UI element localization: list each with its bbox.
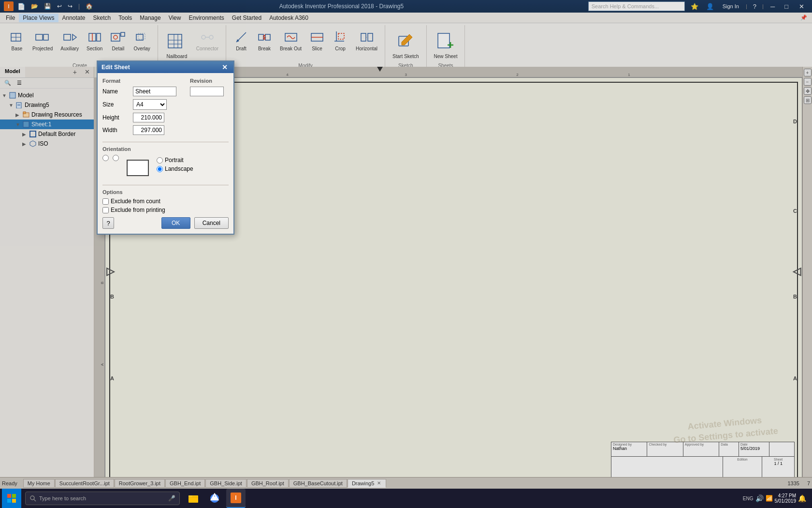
taskbar: Type here to search 🎤 I ENG 🔊 📶 4:27 PM … [0,489,812,508]
edit-sheet-dialog: Edit Sheet ✕ Format Name Siz [97,60,234,235]
orientation-top-landscape-radio[interactable] [113,155,119,161]
name-label: Name [102,88,129,95]
exclude-count-checkbox[interactable] [102,198,109,205]
width-label: Width [102,127,129,134]
landscape-radio-label[interactable]: Landscape [157,165,193,172]
dialog-title: Edit Sheet [102,64,130,71]
svg-rect-53 [12,499,16,503]
language-icon: ENG [743,496,754,501]
exclude-print-text: Exclude from printing [111,207,165,213]
revision-header: Revision [190,78,229,84]
orientation-radios-row1 [102,155,119,161]
landscape-label: Landscape [165,165,193,172]
taskbar-right: ENG 🔊 📶 4:27 PM 5/01/2019 🔔 [739,493,810,504]
dialog-help-btn[interactable]: ? [102,217,114,229]
height-row: Height [102,113,184,122]
windows-logo-icon [7,494,16,503]
landscape-preview-box [127,160,149,176]
date-display: 5/01/2019 [775,498,797,504]
taskbar-app-explorer[interactable] [184,489,203,508]
orientation-radio-group: Portrait Landscape [157,157,193,172]
notification-icon[interactable]: 🔔 [798,494,806,502]
portrait-radio[interactable] [157,157,163,164]
size-row: Size A4 A0 A1 A2 A3 Letter Legal [102,99,184,110]
file-explorer-icon [188,493,199,504]
orientation-preview [125,155,151,181]
portrait-label: Portrait [165,157,184,164]
exclude-count-text: Exclude from count [111,198,160,205]
modal-overlay: Edit Sheet ✕ Format Name Siz [0,0,812,508]
height-input[interactable] [133,113,164,122]
time-display: 4:27 PM [778,493,796,498]
svg-rect-52 [7,499,11,503]
name-row: Name [102,87,184,96]
exclude-count-label[interactable]: Exclude from count [102,198,229,205]
chrome-icon [209,493,220,504]
inventor-taskbar-icon: I [231,493,241,503]
svg-line-55 [34,499,36,501]
dialog-close-btn[interactable]: ✕ [220,63,230,71]
exclude-print-label[interactable]: Exclude from printing [102,207,229,213]
format-header: Format [102,78,184,84]
options-header: Options [102,189,229,195]
taskbar-search-placeholder: Type here to search [39,495,86,501]
name-input[interactable] [133,87,176,96]
svg-rect-51 [12,494,16,498]
revision-input[interactable] [190,87,224,96]
dialog-divider2 [102,185,229,185]
taskbar-mic-icon: 🎤 [168,495,175,502]
width-input[interactable] [133,125,164,135]
orientation-top-portrait-radio[interactable] [102,155,109,161]
ok-button[interactable]: OK [161,217,190,229]
height-label: Height [102,114,129,121]
svg-rect-50 [7,494,11,498]
svg-point-54 [30,496,34,500]
dialog-body: Format Name Size A4 A0 A1 [98,73,233,234]
width-row: Width [102,125,184,135]
format-section: Format Name Size A4 A0 A1 [102,78,184,138]
exclude-print-checkbox[interactable] [102,207,109,213]
network-icon[interactable]: 📶 [766,495,773,502]
orientation-section: Orientation Portrait [102,146,229,181]
dialog-top-row: Format Name Size A4 A0 A1 [102,78,229,138]
landscape-radio[interactable] [157,166,163,172]
taskbar-clock[interactable]: 4:27 PM 5/01/2019 [775,493,797,504]
taskbar-search-box[interactable]: Type here to search 🎤 [25,492,180,505]
size-select[interactable]: A4 A0 A1 A2 A3 Letter Legal [133,99,167,110]
volume-icon[interactable]: 🔊 [755,494,764,502]
dialog-action-buttons: OK Cancel [161,217,229,229]
taskbar-app-chrome[interactable] [205,489,224,508]
dialog-divider1 [102,142,229,142]
start-button[interactable] [2,489,21,508]
dialog-titlebar[interactable]: Edit Sheet ✕ [98,61,233,73]
taskbar-search-icon [29,495,36,502]
svg-rect-57 [188,495,192,497]
taskbar-app-inventor[interactable]: I [226,489,246,508]
revision-section: Revision [190,78,229,138]
orientation-header: Orientation [102,146,229,152]
portrait-radio-label[interactable]: Portrait [157,157,193,164]
size-label: Size [102,101,129,108]
dialog-footer: ? OK Cancel [102,217,229,229]
options-section: Options Exclude from count Exclude from … [102,189,229,213]
cancel-button[interactable]: Cancel [194,217,229,229]
orientation-content: Portrait Landscape [102,155,229,181]
